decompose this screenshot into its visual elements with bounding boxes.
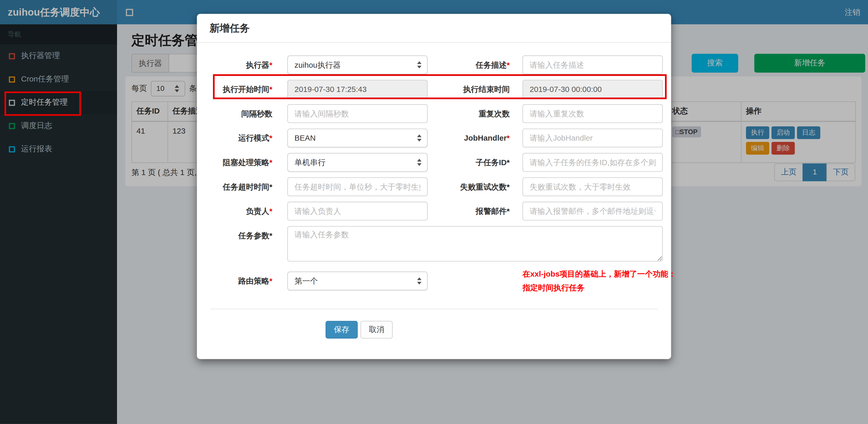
feature-note-line2: 指定时间执行任务 (522, 281, 662, 295)
save-button[interactable]: 保存 (326, 321, 358, 338)
field-label-job-handler: JobHandler* (428, 129, 523, 148)
select-caret-icon (417, 278, 422, 285)
field-label-job-param: 任务参数* (210, 226, 287, 245)
field-label-child-jobid: 子任务ID* (428, 153, 523, 172)
executor-select[interactable]: zuihou执行器 (287, 56, 428, 74)
interval-seconds-input[interactable] (287, 104, 428, 123)
field-label-glue-type: 运行模式* (210, 129, 287, 148)
glue-type-select-value: BEAN (294, 134, 316, 142)
field-label-repeat: 重复次数 (428, 104, 523, 123)
field-label-alarm-email: 报警邮件* (428, 202, 523, 221)
field-label-timeout: 任务超时时间* (210, 177, 287, 196)
select-caret-icon (417, 134, 422, 142)
cancel-button[interactable]: 取消 (361, 321, 393, 338)
field-label-author: 负责人* (210, 202, 287, 221)
timeout-input[interactable] (287, 177, 428, 196)
field-label-route-strategy: 路由策略* (210, 272, 287, 290)
field-label-start-time: 执行开始时间* (210, 80, 287, 98)
field-label-interval: 间隔秒数 (210, 104, 287, 123)
child-jobid-input[interactable] (522, 153, 662, 172)
job-param-textarea[interactable] (287, 226, 663, 261)
executor-select-value: zuihou执行器 (294, 60, 341, 69)
modal-header: 新增任务 (197, 14, 671, 43)
job-desc-input[interactable] (522, 56, 662, 74)
route-strategy-select-value: 第一个 (294, 276, 318, 286)
field-label-job-desc: 任务描述* (428, 56, 523, 74)
job-handler-input[interactable] (522, 129, 662, 148)
repeat-count-input[interactable] (522, 104, 662, 123)
modal-body: 执行器* zuihou执行器 任务描述* 执行开始时间* 执行结束时间 间隔秒数… (197, 43, 671, 338)
modal-title: 新增任务 (210, 23, 249, 34)
modal-footer: 保存 取消 (210, 321, 658, 338)
select-caret-icon (417, 159, 422, 166)
field-label-executor: 执行器* (210, 56, 287, 74)
retry-count-input[interactable] (522, 177, 662, 196)
feature-note: 在xxl-jobs项目的基础上，新增了一个功能： 指定时间执行任务 (428, 267, 663, 295)
field-label-retry: 失败重试次数* (428, 177, 523, 196)
field-label-end-time: 执行结束时间 (428, 80, 523, 98)
app-window: zuihou任务调度中心 注销 导航 执行器管理 Cron任务管理 定时任务管理… (0, 0, 868, 424)
author-input[interactable] (287, 202, 428, 221)
route-strategy-select[interactable]: 第一个 (287, 272, 428, 290)
add-job-modal: 新增任务 执行器* zuihou执行器 任务描述* 执行开始时间* 执行结束时间… (197, 14, 671, 359)
select-caret-icon (417, 61, 422, 68)
glue-type-select[interactable]: BEAN (287, 129, 428, 148)
block-strategy-select-value: 单机串行 (294, 158, 326, 167)
start-time-input[interactable] (287, 80, 428, 98)
alarm-email-input[interactable] (522, 202, 662, 221)
modal-footer-divider (210, 308, 658, 309)
field-label-block-strategy: 阻塞处理策略* (210, 153, 287, 172)
end-time-input[interactable] (522, 80, 662, 98)
block-strategy-select[interactable]: 单机串行 (287, 153, 428, 172)
feature-note-line1: 在xxl-jobs项目的基础上，新增了一个功能： (522, 267, 662, 281)
